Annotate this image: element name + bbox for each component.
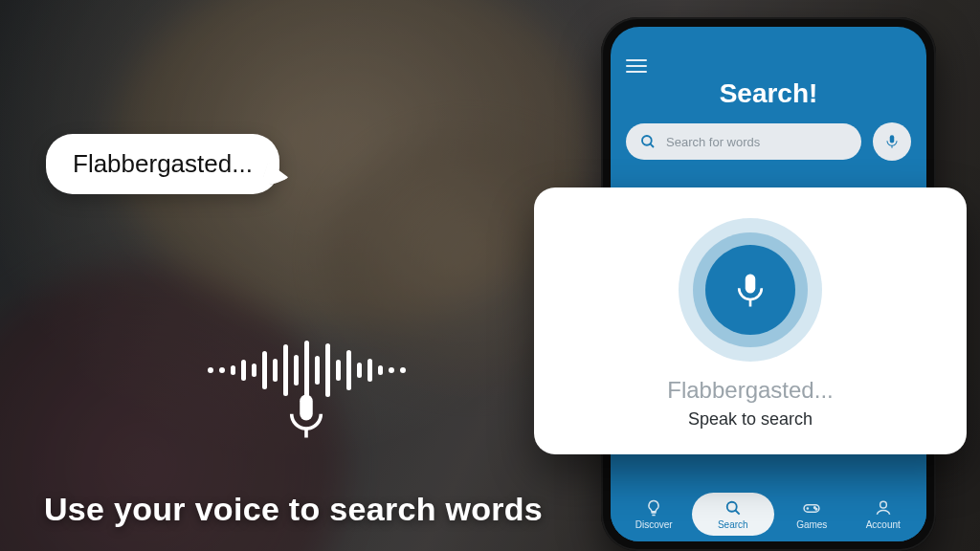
tab-account[interactable]: Account: [848, 498, 920, 530]
tab-games[interactable]: Games: [776, 498, 848, 530]
svg-rect-11: [746, 274, 756, 293]
search-row: [611, 109, 926, 161]
tab-label: Search: [718, 519, 748, 530]
lightbulb-icon: [644, 498, 663, 518]
svg-rect-3: [890, 135, 895, 143]
mic-listen-button[interactable]: [705, 245, 795, 335]
speech-bubble-text: Flabbergasted...: [73, 149, 253, 178]
marketing-tagline: Use your voice to search words: [44, 491, 580, 528]
tab-discover[interactable]: Discover: [618, 498, 690, 530]
search-input-container[interactable]: [626, 123, 861, 160]
mic-pulse-rings: [679, 218, 822, 362]
tab-search[interactable]: Search: [692, 493, 775, 536]
user-icon: [874, 498, 893, 518]
page-title: Search!: [611, 78, 926, 109]
tab-label: Discover: [635, 519, 673, 530]
voice-search-modal: Flabbergasted... Speak to search: [534, 187, 967, 454]
svg-rect-0: [300, 395, 313, 421]
bottom-tab-bar: Discover Search: [611, 484, 926, 541]
hamburger-menu-icon[interactable]: [626, 55, 647, 77]
svg-line-2: [650, 143, 654, 147]
search-icon: [639, 133, 657, 150]
speech-bubble: Flabbergasted...: [46, 134, 279, 194]
search-icon: [724, 498, 743, 518]
svg-point-9: [815, 508, 817, 510]
status-bar: [611, 27, 926, 52]
tab-label: Games: [796, 519, 827, 530]
microphone-icon: [280, 390, 332, 442]
svg-line-5: [735, 510, 739, 514]
svg-point-10: [880, 501, 886, 508]
voice-search-button[interactable]: [873, 122, 911, 161]
svg-point-4: [727, 501, 737, 511]
svg-point-1: [642, 136, 652, 145]
microphone-icon: [730, 270, 770, 310]
voice-waveform-graphic: [163, 337, 450, 448]
transcribed-text: Flabbergasted...: [561, 377, 940, 404]
microphone-icon: [883, 133, 901, 150]
voice-hint-text: Speak to search: [561, 409, 940, 430]
promo-stage: Flabbergasted...: [0, 0, 980, 551]
search-input[interactable]: [666, 135, 848, 149]
tab-label: Account: [866, 519, 901, 530]
gamepad-icon: [801, 498, 822, 518]
